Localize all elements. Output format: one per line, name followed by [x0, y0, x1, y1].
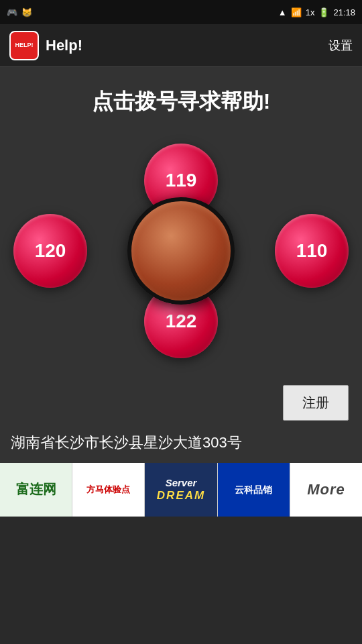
emergency-button-120[interactable]: 120	[13, 214, 87, 288]
dial-area: 119 120 110 122	[0, 123, 362, 378]
battery-icon: 🔋	[318, 7, 329, 17]
app-bar: HELP! Help! 设置	[0, 24, 362, 67]
app-icon: HELP!	[9, 31, 39, 60]
ad-item-4[interactable]: 云科品销	[218, 463, 290, 517]
ad-label-3-line2: DREAM	[157, 489, 205, 502]
main-content: 点击拨号寻求帮助! 119 120 110 122 注册 湖南省长沙市长沙县星沙…	[0, 67, 362, 463]
register-area: 注册	[0, 378, 362, 427]
ad-label-2: 方马体验点	[86, 484, 130, 495]
address-text: 湖南省长沙市长沙县星沙大道303号	[0, 427, 362, 463]
wifi-icon: ▲	[278, 7, 287, 17]
app-bar-left: HELP! Help!	[9, 31, 82, 60]
center-dial-button[interactable]	[127, 197, 235, 305]
ad-row: 富连网 方马体验点 Server DREAM 云科品销 More	[0, 463, 362, 517]
ad-label-1: 富连网	[16, 480, 56, 498]
ad-item-1[interactable]: 富连网	[0, 463, 72, 517]
ad-item-3[interactable]: Server DREAM	[145, 463, 217, 517]
app-title: Help!	[46, 37, 82, 54]
ad-item-2[interactable]: 方马体验点	[72, 463, 145, 517]
status-left: 🎮 😸	[7, 7, 32, 17]
ad-label-4: 云科品销	[235, 484, 272, 496]
status-bar: 🎮 😸 ▲ 📶 1x 🔋 21:18	[0, 0, 362, 24]
notification-icon: 😸	[21, 7, 32, 17]
settings-button[interactable]: 设置	[328, 38, 353, 54]
ad-label-3-line1: Server	[166, 477, 197, 489]
network-type: 1x	[306, 7, 315, 17]
emergency-button-110[interactable]: 110	[275, 214, 349, 288]
app-icon-small: 🎮	[7, 7, 17, 17]
time: 21:18	[333, 7, 355, 17]
ad-label-more: More	[307, 481, 345, 498]
register-button[interactable]: 注册	[283, 385, 349, 421]
ad-item-more[interactable]: More	[290, 463, 362, 517]
signal-icon: 📶	[291, 7, 302, 17]
status-right: ▲ 📶 1x 🔋 21:18	[278, 7, 355, 17]
main-heading: 点击拨号寻求帮助!	[0, 67, 362, 123]
